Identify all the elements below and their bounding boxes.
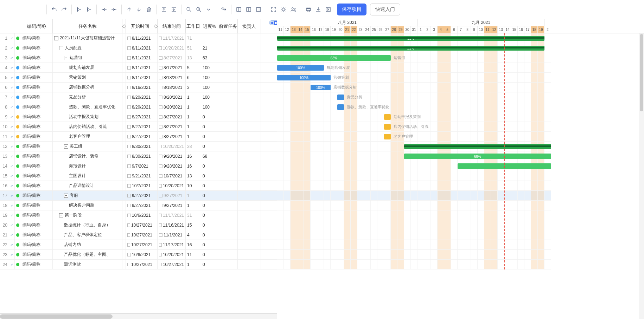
timeline-day[interactable]: 9 [471,26,478,33]
edit-row-icon[interactable] [9,122,15,131]
timeline-day[interactable]: 13 [291,26,297,33]
edit-row-icon[interactable] [9,73,15,82]
timeline-day[interactable]: 14 [504,26,511,33]
work-days[interactable]: 16 [186,161,201,171]
timeline-day[interactable]: 15 [304,26,311,33]
timeline-day[interactable]: 3 [431,26,438,33]
owner[interactable] [238,102,261,112]
col-progress[interactable]: 进度% [201,19,218,33]
edit-row-icon[interactable] [9,191,15,200]
progress-pct[interactable]: 21 [201,43,218,53]
predecessor[interactable] [218,53,238,63]
col-start[interactable]: 开始时间 [126,19,154,33]
work-days[interactable]: 16 [186,240,201,249]
work-days[interactable]: 6 [186,73,201,82]
gantt-row[interactable] [277,191,551,201]
task-row[interactable]: 8编码/简称选款、测款、直通车优化8/20/20218/20/20211100 [0,102,277,112]
progress-pct[interactable]: 0 [201,240,218,249]
timeline-day[interactable]: 27 [384,26,391,33]
start-date[interactable]: 8/16/2021 [126,83,154,92]
task-row[interactable]: 13编码/简称店铺设计、装修8/30/20219/20/20211668 [0,151,277,161]
goto-today-icon[interactable] [219,3,228,16]
gantt-row[interactable] [277,161,551,171]
expand-all-icon[interactable] [169,3,178,16]
gantt-row[interactable]: 11% [277,33,551,43]
end-date[interactable]: 8/17/2021 [158,63,186,72]
start-date[interactable]: 9/27/2021 [126,191,154,200]
task-code[interactable]: 编码/简称 [21,210,53,220]
splitter-control[interactable]: ◀▶ [269,20,277,26]
gantt-row[interactable]: 老客户管理 [277,132,551,142]
owner[interactable] [238,132,261,141]
start-date[interactable]: 8/11/2021 [126,53,154,63]
task-code[interactable]: 编码/简称 [21,151,53,161]
predecessor[interactable] [218,250,238,259]
timeline-day[interactable]: 23 [357,26,364,33]
timeline-day[interactable]: 20 [337,26,344,33]
start-date[interactable]: 8/20/2021 [126,92,154,102]
col-code[interactable]: 编码/简称 [21,19,53,33]
predecessor[interactable] [218,220,238,230]
owner[interactable] [238,230,261,240]
edit-row-icon[interactable] [9,181,15,190]
timeline-day[interactable]: 31 [411,26,417,33]
task-name-cell[interactable]: −美工组 [53,142,122,151]
edit-row-icon[interactable] [9,260,15,269]
task-row[interactable]: 23编码/简称产品优化（标题、主图、10/6/202110/20/2021110 [0,250,277,260]
edit-row-icon[interactable] [9,132,15,141]
task-name-cell[interactable]: 海报设计 [53,161,122,171]
edit-row-icon[interactable] [9,250,15,259]
gantt-row[interactable]: 竞品分析 [277,92,551,102]
task-name-cell[interactable]: 产品优化（标题、主图、 [53,250,122,259]
work-days[interactable]: 15 [186,220,201,230]
task-code[interactable]: 编码/简称 [21,53,53,63]
edit-row-icon[interactable] [9,102,15,112]
task-row[interactable]: 11编码/简称老客户管理8/27/20218/27/202110 [0,132,277,142]
task-name-cell[interactable]: 店铺设计、装修 [53,151,122,161]
undo-icon[interactable] [50,3,59,16]
progress-pct[interactable]: 0 [201,191,218,200]
timeline-day[interactable]: 11 [484,26,491,33]
progress-pct[interactable]: 0 [201,142,218,151]
move-left-icon[interactable] [100,3,109,16]
timeline-day[interactable]: 22 [351,26,357,33]
col-predecessor[interactable]: 前置任务 [218,19,238,33]
owner[interactable] [238,250,261,259]
task-code[interactable]: 编码/简称 [21,220,53,230]
task-row[interactable]: 1编码/简称−2021/11/11大促前店铺运营计8/11/202111/17/… [0,33,277,43]
layout-split-left-icon[interactable] [234,3,243,16]
end-date[interactable]: 10/27/2021 [158,260,186,269]
task-row[interactable]: 19编码/简称−第一阶段10/6/202111/17/2021310 [0,210,277,220]
end-date[interactable]: 8/27/2021 [158,112,186,122]
edit-row-icon[interactable] [9,112,15,122]
timeline-day[interactable]: 1 [417,26,424,33]
work-days[interactable]: 31 [186,210,201,220]
work-days[interactable]: 1 [186,122,201,131]
start-date[interactable]: 10/7/2021 [126,181,154,190]
gantt-row[interactable] [277,230,551,240]
grid-horizontal-scrollbar[interactable] [0,313,277,319]
work-days[interactable]: 38 [186,142,201,151]
edit-row-icon[interactable] [9,230,15,240]
progress-pct[interactable]: 0 [201,171,218,181]
timeline-day[interactable]: 29 [397,26,404,33]
gantt-row[interactable]: 100%规划店铺发展 [277,63,551,73]
gantt-bar[interactable]: 100%店铺数据分析 [311,85,331,90]
end-date[interactable]: 11/17/2021 [158,240,186,249]
edit-row-icon[interactable] [9,43,15,53]
task-name-cell[interactable]: 店铺内功 [53,240,122,249]
timeline-day[interactable]: 19 [331,26,337,33]
predecessor[interactable] [218,132,238,141]
timeline-day[interactable]: 12 [284,26,291,33]
predecessor[interactable] [218,142,238,151]
end-date[interactable]: 10/20/2021 [158,142,186,151]
task-name-cell[interactable]: −客服 [53,191,122,200]
quick-start-button[interactable]: 快速入门 [370,4,400,15]
task-code[interactable]: 编码/简称 [21,240,53,249]
task-row[interactable]: 6编码/简称店铺数据分析8/16/20218/18/20213100 [0,83,277,92]
progress-pct[interactable]: 0 [201,181,218,190]
edit-row-icon[interactable] [9,161,15,171]
task-row[interactable]: 2编码/简称−人员配置8/11/202110/20/20215121 [0,43,277,53]
task-code[interactable]: 编码/简称 [21,181,53,190]
end-date[interactable]: 9/27/2021 [158,191,186,200]
